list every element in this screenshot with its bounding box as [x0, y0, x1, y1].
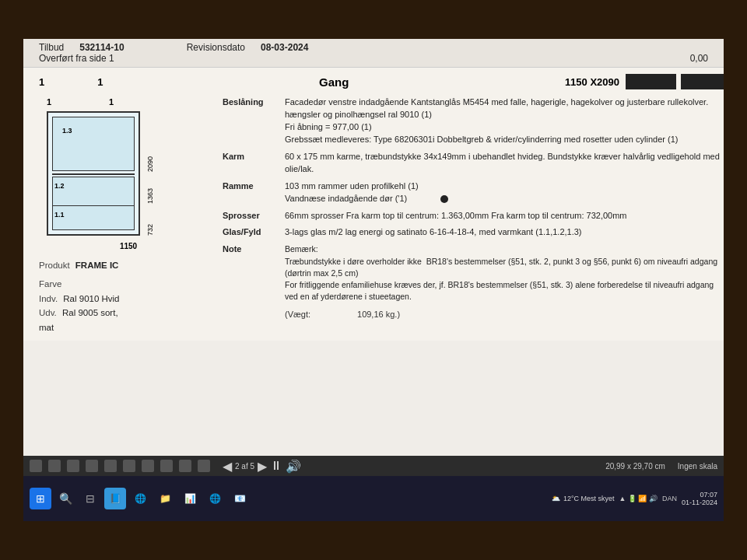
note-label: Note: [223, 241, 285, 305]
mat-row: mat: [39, 320, 210, 334]
app-icon-1-symbol: 📘: [110, 493, 121, 504]
udv-label: Udv.: [39, 308, 57, 317]
beslaning-label: Beslåning: [223, 94, 285, 149]
tilbud-label: Tilbud: [39, 42, 64, 53]
date-display: 01-11-2024: [682, 499, 717, 506]
gang-dims: 1150 X2090: [565, 76, 619, 88]
window-label-13: 1.3: [62, 127, 72, 135]
left-column: 1 1 1.3 1.2: [39, 94, 210, 334]
overfrt-label: Overført fra side 1: [39, 53, 114, 64]
lang-label: DAN: [662, 495, 677, 502]
app-icon-2[interactable]: 🌐: [129, 488, 151, 509]
window-pane-top: 1.3: [52, 117, 135, 171]
farve-label: Farve: [39, 279, 61, 289]
status-icon-10[interactable]: [198, 460, 210, 472]
scale-label: Ingen skala: [678, 462, 717, 471]
ramme-label: Ramme: [223, 178, 285, 208]
color-boxes: [626, 74, 724, 89]
right-column: Beslåning Facadedør venstre indadgående …: [223, 94, 724, 324]
search-button[interactable]: 🔍: [54, 488, 76, 509]
app-icon-2-symbol: 🌐: [135, 493, 146, 504]
app-icon-6-symbol: 📧: [234, 493, 246, 504]
status-icon-5[interactable]: [104, 460, 117, 472]
sprosser-value: 66mm sprosser Fra karm top til centrum: …: [285, 208, 724, 225]
weight-value: (Vægt: 109,16 kg.): [285, 305, 724, 324]
karm-value: 60 x 175 mm karme, træbundstykke 34x149m…: [285, 149, 724, 178]
indv-value: Ral 9010 Hvid: [63, 294, 119, 303]
status-icon-6[interactable]: [123, 460, 135, 472]
color-box-2: [681, 74, 724, 89]
window-label-top: 1: [47, 97, 51, 107]
start-button[interactable]: ⊞: [30, 488, 51, 509]
farve-section: Farve: [39, 277, 210, 291]
dimensions-display: 20,99 x 29,70 cm: [605, 462, 665, 471]
weather-widget: 🌥️ 12°C Mest skyet: [552, 495, 615, 502]
udv-value: Ral 9005 sort,: [62, 308, 118, 317]
app-icon-1[interactable]: 📘: [104, 488, 126, 509]
window-divider: [52, 173, 135, 175]
karm-label: Karm: [223, 149, 285, 178]
app-icon-3-symbol: 📁: [160, 493, 171, 504]
prev-btn[interactable]: ◀: [223, 459, 232, 474]
doc-content: 1 1 Gang 1150 X2090 1 1: [23, 68, 724, 341]
beslaning-value: Facadedør venstre indadgående Kantstangl…: [285, 94, 724, 149]
status-icon-3[interactable]: [67, 460, 79, 472]
karm-row: Karm 60 x 175 mm karme, træbundstykke 34…: [223, 149, 724, 178]
page-display: 2 af 5: [235, 462, 254, 471]
bottom-status-bar: ◀ 2 af 5 ▶ ⏸ 🔊 20,99 x 29,70 cm Ingen sk…: [23, 456, 724, 476]
sound-btn[interactable]: 🔊: [286, 459, 301, 474]
mat-value: mat: [39, 323, 54, 332]
app-icon-6[interactable]: 📧: [229, 488, 251, 509]
glas-value: 3-lags glas m/2 lag energi og satinato 6…: [285, 224, 724, 241]
dot-indicator: [440, 195, 448, 203]
status-icon-9[interactable]: [179, 460, 191, 472]
status-icon-1[interactable]: [30, 460, 42, 472]
time-display: 07:07: [682, 491, 717, 499]
play-btn[interactable]: ⏸: [270, 459, 282, 473]
app-icon-3[interactable]: 📁: [154, 488, 176, 509]
product-value: FRAME IC: [75, 261, 119, 270]
document-area: Tilbud 532114-10 Revisionsdato 08-03-202…: [23, 39, 724, 474]
status-icon-4[interactable]: [86, 460, 98, 472]
window-label-12: 1.2: [53, 180, 66, 191]
window-label-top-right: 1: [109, 97, 218, 107]
gang-header: 1 1 Gang 1150 X2090: [39, 74, 724, 89]
status-icon-7[interactable]: [142, 460, 154, 472]
taskview-button[interactable]: ⊟: [79, 488, 101, 509]
status-icon-2[interactable]: [48, 460, 61, 472]
app-icon-5[interactable]: 🌐: [204, 488, 226, 509]
note-text: Bemærk: Træbundstykke i døre overholder …: [285, 243, 724, 303]
window-label-11: 1.1: [53, 209, 66, 220]
weather-icon: 🌥️: [552, 495, 560, 502]
revisionsdato-value: 08-03-2024: [261, 42, 308, 53]
taskbar-right: 🌥️ 12°C Mest skyet ▲ 🔋 📶 🔊 DAN 07:07 01-…: [552, 491, 717, 506]
gang-title: Gang: [109, 75, 558, 89]
ramme-row: Ramme 103 mm rammer uden profilkehl (1) …: [223, 178, 724, 208]
weight-empty: [223, 305, 285, 324]
app-icon-5-symbol: 🌐: [209, 493, 221, 504]
glas-row: Glas/Fyld 3-lags glas m/2 lag energi og …: [223, 224, 724, 241]
indv-row: Indv. Ral 9010 Hvid: [39, 292, 210, 306]
search-icon: 🔍: [59, 492, 72, 505]
dim-1150: 1150: [120, 242, 137, 250]
note-value: Bemærk: Træbundstykke i døre overholder …: [285, 241, 724, 305]
window-pane-bottom: 1.1: [52, 205, 135, 230]
next-btn[interactable]: ▶: [258, 459, 267, 474]
window-pane-mid: 1.2: [52, 177, 135, 206]
weather-text: 12°C Mest skyet: [563, 495, 615, 502]
udv-row: Udv. Ral 9005 sort,: [39, 306, 210, 320]
beslaning-row: Beslåning Facadedør venstre indadgående …: [223, 94, 724, 149]
tilbud-value: 532114-10: [79, 42, 124, 53]
page-nav-bottom: ◀ 2 af 5 ▶ ⏸ 🔊: [223, 459, 301, 474]
indv-label: Indv.: [39, 294, 58, 303]
app-icon-4[interactable]: 📊: [179, 488, 201, 509]
dim-bottom: 1150: [47, 242, 210, 250]
doc-header-row2: Overført fra side 1 0,00: [39, 53, 724, 64]
doc-header: Tilbud 532114-10 Revisionsdato 08-03-202…: [23, 39, 724, 68]
taskview-icon: ⊟: [86, 492, 95, 505]
dim-732: 732: [146, 205, 154, 236]
windows-icon: ⊞: [36, 492, 45, 505]
row-num-left: 1: [39, 76, 44, 88]
status-icon-8[interactable]: [160, 460, 173, 472]
amount-value: 0,00: [690, 53, 708, 64]
